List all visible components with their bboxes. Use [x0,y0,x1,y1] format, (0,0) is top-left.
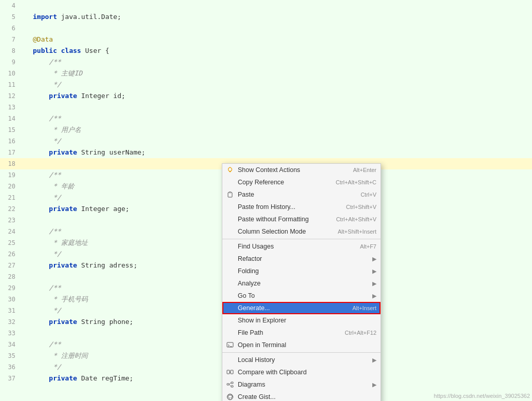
find-usages-shortcut: Alt+F7 [360,243,376,250]
menu-item-paste-from-history[interactable]: Paste from History... Ctrl+Shift+V [222,201,381,213]
menu-item-analyze[interactable]: Analyze ▶ [222,277,381,290]
analyze-label: Analyze [238,280,370,287]
svg-rect-11 [231,382,233,384]
svg-line-13 [229,383,231,385]
svg-rect-8 [231,370,233,374]
paste-from-history-label: Paste from History... [238,203,336,211]
code-line: 7 @Data [0,34,532,45]
diagram-icon [225,381,235,388]
svg-rect-7 [227,370,230,374]
menu-item-create-gist[interactable]: Create Gist... [222,391,381,401]
menu-item-find-usages[interactable]: Find Usages Alt+F7 [222,240,381,253]
menu-item-compare-with-clipboard[interactable]: Compare with Clipboard [222,366,381,378]
code-line: 17 private String userName; [0,147,532,158]
paste-without-formatting-label: Paste without Formatting [238,216,326,223]
svg-rect-3 [228,193,232,197]
refactor-label: Refactor [238,255,370,262]
show-context-actions-shortcut: Alt+Enter [353,167,376,173]
menu-item-generate[interactable]: Generate... Alt+Insert [222,302,381,314]
svg-rect-1 [230,171,231,172]
generate-shortcut: Alt+Insert [352,305,376,311]
menu-item-show-in-explorer[interactable]: Show in Explorer [222,314,381,327]
svg-line-14 [229,385,231,387]
refactor-arrow-icon: ▶ [372,256,376,262]
context-menu: Show Context Actions Alt+Enter Copy Refe… [222,163,381,401]
code-editor: 4 5 import java.util.Date; 6 7 @Data 8 p… [0,0,532,401]
menu-item-local-history[interactable]: Local History ▶ [222,354,381,366]
paste-without-formatting-shortcut: Ctrl+Alt+Shift+V [336,216,376,222]
column-selection-mode-label: Column Selection Mode [238,228,328,235]
code-line: 6 [0,23,532,34]
file-path-shortcut: Ctrl+Alt+F12 [345,330,376,336]
bulb-icon [225,166,235,174]
watermark: https://blog.csdn.net/weixin_39025362 [434,393,530,399]
code-line: 9 /** [0,56,532,68]
svg-rect-12 [231,386,233,387]
menu-item-refactor[interactable]: Refactor ▶ [222,253,381,265]
paste-from-history-shortcut: Ctrl+Shift+V [346,204,376,210]
compare-with-clipboard-label: Compare with Clipboard [238,369,376,376]
code-line: 11 */ [0,79,532,90]
github-icon [225,393,235,400]
menu-item-copy-reference[interactable]: Copy Reference Ctrl+Alt+Shift+C [222,176,381,188]
code-line: 8 public class User { [0,45,532,56]
go-to-arrow-icon: ▶ [372,293,376,299]
menu-item-show-context-actions[interactable]: Show Context Actions Alt+Enter [222,164,381,176]
folding-arrow-icon: ▶ [372,268,376,275]
generate-label: Generate... [238,304,342,312]
file-path-label: File Path [238,329,334,336]
paste-shortcut: Ctrl+V [360,192,376,198]
code-line: 16 */ [0,136,532,147]
show-in-explorer-label: Show in Explorer [238,317,376,324]
compare-icon [225,369,235,376]
paste-label: Paste [238,191,350,198]
code-line: 12 private Integer id; [0,90,532,102]
code-line: 5 import java.util.Date; [0,11,532,23]
analyze-arrow-icon: ▶ [372,280,376,287]
code-line: 13 [0,102,532,113]
paste-icon [225,191,235,198]
terminal-icon [225,341,235,349]
go-to-label: Go To [238,292,370,299]
menu-item-diagrams[interactable]: Diagrams ▶ [222,378,381,391]
menu-item-folding[interactable]: Folding ▶ [222,265,381,277]
menu-item-column-selection-mode[interactable]: Column Selection Mode Alt+Shift+Insert [222,225,381,238]
column-selection-mode-shortcut: Alt+Shift+Insert [338,228,376,235]
diagrams-arrow-icon: ▶ [372,381,376,388]
find-usages-label: Find Usages [238,243,350,250]
create-gist-label: Create Gist... [238,393,376,400]
menu-separator-1 [222,239,381,239]
menu-separator-2 [222,352,381,353]
svg-point-0 [229,168,232,171]
code-line: 15 * 用户名 [0,124,532,136]
show-context-actions-label: Show Context Actions [238,166,343,174]
menu-item-paste-without-formatting[interactable]: Paste without Formatting Ctrl+Alt+Shift+… [222,213,381,225]
folding-label: Folding [238,268,370,275]
copy-reference-shortcut: Ctrl+Alt+Shift+C [336,179,376,185]
open-in-terminal-label: Open in Terminal [238,341,376,349]
local-history-arrow-icon: ▶ [372,357,376,364]
menu-item-go-to[interactable]: Go To ▶ [222,290,381,302]
svg-rect-10 [227,384,229,385]
code-line: 14 /** [0,113,532,124]
diagrams-label: Diagrams [238,381,370,388]
svg-rect-4 [229,192,231,193]
code-line: 4 [0,0,532,11]
menu-item-paste[interactable]: Paste Ctrl+V [222,188,381,201]
copy-reference-label: Copy Reference [238,179,326,186]
code-line: 10 * 主键ID [0,68,532,79]
local-history-label: Local History [238,356,370,364]
menu-item-open-in-terminal[interactable]: Open in Terminal [222,339,381,351]
menu-item-file-path[interactable]: File Path Ctrl+Alt+F12 [222,327,381,339]
